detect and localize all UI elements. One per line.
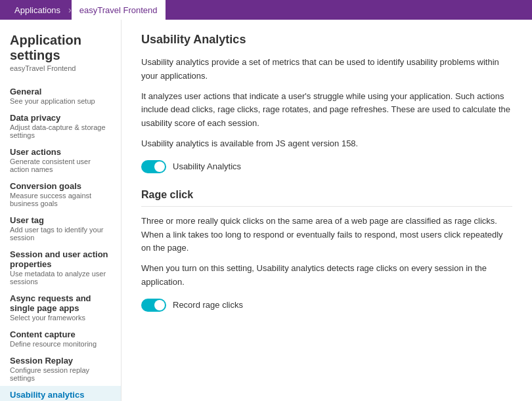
usability-analytics-toggle-label: Usability Analytics	[173, 161, 241, 171]
record-rage-clicks-toggle[interactable]	[141, 299, 166, 312]
main-layout: Application settings easyTravel Frontend…	[0, 20, 532, 401]
sidebar-item-session-user-action-props[interactable]: Session and user action properties Use m…	[0, 245, 121, 289]
sidebar-item-data-privacy[interactable]: Data privacy Adjust data-capture & stora…	[0, 109, 121, 143]
sidebar-title: Application settings	[0, 33, 121, 63]
sidebar-item-content-capture[interactable]: Content capture Define resource monitori…	[0, 326, 121, 352]
rage-click-section-title: Rage click	[141, 189, 512, 207]
top-nav: Applications › easyTravel Frontend	[0, 0, 532, 20]
rage-click-para1: Three or more really quick clicks on the…	[141, 215, 512, 255]
nav-separator: ›	[68, 5, 72, 15]
sidebar-item-general[interactable]: General See your application setup	[0, 83, 121, 109]
main-content: Usability Analytics Usability analytics …	[122, 20, 532, 401]
rage-click-para2: When you turn on this setting, Usability…	[141, 262, 512, 289]
page-title: Usability Analytics	[141, 33, 512, 47]
sidebar-item-conversion-goals[interactable]: Conversion goals Measure success against…	[0, 177, 121, 211]
sidebar: Application settings easyTravel Frontend…	[0, 20, 122, 401]
intro-para2: It analyzes user actions that indicate a…	[141, 90, 512, 131]
intro-para3: Usability analytics is available from JS…	[141, 137, 512, 151]
nav-item-applications[interactable]: Applications	[7, 0, 68, 20]
sidebar-item-session-replay[interactable]: Session Replay Configure session replay …	[0, 352, 121, 386]
nav-item-easytravel[interactable]: easyTravel Frontend	[72, 0, 166, 20]
usability-analytics-toggle[interactable]	[141, 160, 166, 173]
sidebar-subtitle: easyTravel Frontend	[0, 64, 121, 72]
usability-analytics-toggle-row: Usability Analytics	[141, 160, 512, 173]
sidebar-item-async-spa[interactable]: Async requests and single page apps Sele…	[0, 289, 121, 326]
sidebar-item-user-tag[interactable]: User tag Add user tags to identify your …	[0, 211, 121, 245]
intro-para1: Usability analytics provide a set of met…	[141, 56, 512, 83]
record-rage-clicks-toggle-row: Record rage clicks	[141, 299, 512, 312]
sidebar-item-usability-analytics[interactable]: Usability analytics Configure usability …	[0, 386, 121, 401]
record-rage-clicks-toggle-label: Record rage clicks	[173, 300, 243, 310]
sidebar-item-user-actions[interactable]: User actions Generate consistent user ac…	[0, 143, 121, 177]
